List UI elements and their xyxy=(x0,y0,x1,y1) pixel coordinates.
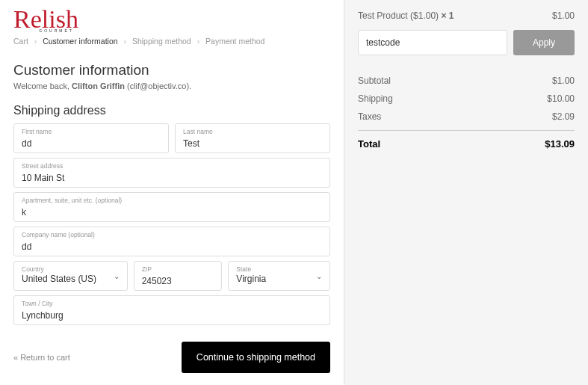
crumb-customer-info: Customer information xyxy=(43,37,117,46)
total-value: $13.09 xyxy=(545,138,575,150)
crumb-cart[interactable]: Cart xyxy=(13,37,28,46)
country-select[interactable]: United States (US) xyxy=(22,274,120,284)
last-name-input[interactable] xyxy=(183,138,322,149)
shipping-line: Shipping $10.00 xyxy=(358,90,575,108)
first-name-field[interactable]: First name xyxy=(13,123,169,153)
company-field[interactable]: Company name (optional) xyxy=(13,227,330,256)
apartment-field[interactable]: Apartment, suite, unit etc. (optional) xyxy=(13,192,330,222)
zip-label: ZIP xyxy=(142,265,214,273)
breadcrumb: Cart › Customer information › Shipping m… xyxy=(13,37,330,46)
state-label: State xyxy=(236,265,322,273)
brand-logo[interactable]: Relish GOURMET xyxy=(13,9,78,29)
zip-input[interactable] xyxy=(142,276,214,286)
company-label: Company name (optional) xyxy=(22,231,322,238)
state-select[interactable]: Virginia xyxy=(236,274,322,284)
shipping-heading: Shipping address xyxy=(13,104,330,117)
return-to-cart-link[interactable]: « Return to cart xyxy=(13,353,70,362)
order-summary: Test Product ($1.00) × 1 $1.00 Apply Sub… xyxy=(344,0,588,385)
total-label: Total xyxy=(358,138,380,150)
apply-coupon-button[interactable]: Apply xyxy=(513,30,575,55)
continue-button[interactable]: Continue to shipping method xyxy=(182,342,330,373)
country-field[interactable]: Country United States (US) ⌄ xyxy=(13,261,128,291)
zip-field[interactable]: ZIP xyxy=(134,261,223,291)
country-label: Country xyxy=(22,265,120,273)
product-price: $1.00 xyxy=(552,10,575,21)
shipping-value: $10.00 xyxy=(547,93,575,104)
taxes-label: Taxes xyxy=(358,111,381,122)
subtotal-value: $1.00 xyxy=(552,76,575,86)
taxes-value: $2.09 xyxy=(552,111,575,122)
city-field[interactable]: Town / City xyxy=(13,295,330,325)
subtotal-line: Subtotal $1.00 xyxy=(358,72,575,90)
shipping-label: Shipping xyxy=(358,93,393,104)
crumb-shipping-method: Shipping method xyxy=(132,37,191,46)
chevron-right-icon: › xyxy=(197,37,200,46)
last-name-label: Last name xyxy=(183,128,322,135)
chevron-right-icon: › xyxy=(123,37,126,46)
product-name: Test Product ($1.00) xyxy=(358,10,441,21)
total-line: Total $13.09 xyxy=(358,130,575,150)
first-name-label: First name xyxy=(22,128,161,135)
apartment-label: Apartment, suite, unit etc. (optional) xyxy=(22,197,322,204)
state-field[interactable]: State Virginia ⌄ xyxy=(228,261,330,291)
last-name-field[interactable]: Last name xyxy=(175,123,330,153)
city-input[interactable] xyxy=(22,310,322,321)
product-qty: × 1 xyxy=(441,10,454,21)
page-title: Customer information xyxy=(13,62,330,78)
first-name-input[interactable] xyxy=(22,138,161,149)
coupon-input[interactable] xyxy=(358,30,507,55)
street-field[interactable]: Street address xyxy=(13,158,330,188)
crumb-payment-method: Payment method xyxy=(205,37,264,46)
welcome-message: Welcome back, Clifton Griffin (clif@obje… xyxy=(13,81,330,90)
apartment-input[interactable] xyxy=(22,207,322,218)
taxes-line: Taxes $2.09 xyxy=(358,108,575,126)
logo-subtext: GOURMET xyxy=(39,29,74,32)
subtotal-label: Subtotal xyxy=(358,76,391,86)
chevron-right-icon: › xyxy=(34,37,37,46)
street-input[interactable] xyxy=(22,173,322,183)
company-input[interactable] xyxy=(22,241,322,252)
product-line: Test Product ($1.00) × 1 $1.00 xyxy=(358,10,575,21)
street-label: Street address xyxy=(22,162,322,170)
city-label: Town / City xyxy=(22,300,322,307)
